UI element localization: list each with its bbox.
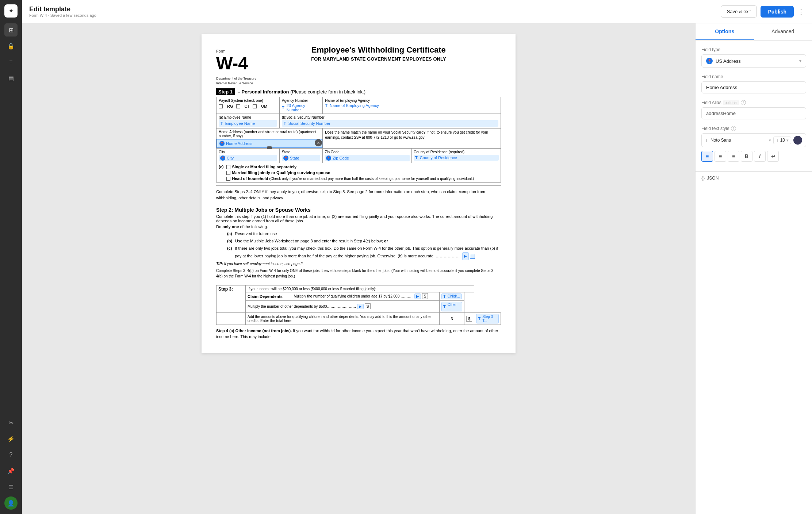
step2c-checkbox-tag[interactable] — [470, 254, 475, 259]
personal-info-table: Payroll System (check one) RG CT UM — [216, 97, 501, 183]
claim-deps-label-cell: Claim Dependents — [246, 292, 292, 300]
json-brace-icon: {} — [701, 175, 705, 181]
field-alias-label: Field Alias — [701, 100, 721, 105]
employee-name-cell: (a) Employee Name T Employee Name — [217, 114, 280, 128]
married-checkbox[interactable] — [226, 171, 230, 175]
hoh-checkbox[interactable] — [226, 177, 230, 181]
form-subheading: FOR MARYLAND STATE GOVERNMENT EMPLOYEES … — [256, 56, 501, 62]
step3-table: Step 3: If your income will be $200,000 … — [216, 285, 501, 325]
main-layout: Edit template Form W-4 · Saved a few sec… — [22, 0, 812, 514]
step4-block: Step 4 (a) Other income (not from jobs).… — [216, 328, 501, 340]
sidebar-icon-avatar[interactable]: 👤 — [4, 496, 18, 510]
tip-block: TIP: If you have self-employment income,… — [216, 262, 501, 266]
panel-tabs: Options Advanced — [696, 23, 812, 41]
ct-checkbox[interactable] — [236, 104, 240, 108]
content-area: Form W-4 Department of the Treasury Inte… — [22, 23, 812, 514]
alias-info-icon[interactable]: ? — [741, 100, 746, 105]
form-page: Form W-4 Department of the Treasury Inte… — [202, 34, 516, 353]
page-title: Edit template — [29, 5, 716, 13]
font-size-icon: T — [776, 138, 779, 143]
ssn-field: T Social Security Number — [282, 120, 498, 127]
color-swatch[interactable] — [793, 136, 802, 145]
json-button[interactable]: {} JSON — [696, 171, 812, 185]
sidebar-icon-lock[interactable]: 🔒 — [4, 39, 18, 53]
step3-add-cell: Add the amounts above for qualifying chi… — [246, 312, 440, 325]
field-type-text: US Address — [716, 58, 796, 64]
w4-title: W-4 — [216, 53, 248, 73]
form-divider-3 — [216, 282, 501, 282]
undo-button[interactable]: ↩ — [767, 151, 779, 162]
publish-button[interactable]: Publish — [761, 6, 794, 18]
field-type-icon: 📍 — [706, 58, 713, 64]
form-divider-2 — [216, 204, 501, 204]
state-field: 📍 State — [282, 155, 320, 161]
payroll-cell: Payroll System (check one) RG CT UM — [217, 97, 280, 114]
employing-agency-field: T Name of Employing Agency — [325, 103, 498, 108]
sidebar: ✦ ⊞ 🔒 ≡ ▤ ✂ ⚡ ? 📌 ☰ 👤 — [0, 0, 22, 514]
single-checkbox[interactable] — [226, 165, 230, 169]
tab-options[interactable]: Options — [696, 23, 754, 40]
text-style-info-icon[interactable]: ? — [731, 126, 736, 131]
close-field-button[interactable]: ✕ — [315, 139, 322, 146]
step1-title: Step 1 – Personal Information (Please co… — [216, 89, 501, 95]
font-style-row: T Noto Sans ▾ T 10 ▾ — [701, 133, 806, 147]
font-chevron-icon: ▾ — [769, 138, 771, 143]
employing-agency-cell: Name of Employing Agency T Name of Emplo… — [323, 97, 501, 114]
sidebar-icon-home[interactable]: ⊞ — [4, 23, 18, 37]
step3-total-field-tag: T Step 3 T... — [476, 314, 499, 323]
field-text-style-label-row: Field text style ? — [701, 126, 806, 131]
field-name-input[interactable] — [701, 81, 806, 93]
home-address-cell: Home Address (number and street or rural… — [217, 128, 323, 149]
field-type-group: Field type 📍 US Address ▾ — [701, 47, 806, 68]
step3-income-note-cell: If your income will be $200,000 or less … — [246, 285, 474, 292]
step2-header: Step 2: Multiple Jobs or Spouse Works — [216, 207, 501, 213]
chevron-down-icon: ▾ — [799, 58, 801, 64]
step2-list: (a) Reserved for future use (b) Use the … — [227, 230, 501, 260]
field-alias-label-row: Field Alias optional ? — [701, 100, 806, 105]
other-field-tag: T Other ... — [441, 302, 462, 311]
sidebar-icon-pin[interactable]: 📌 — [4, 464, 18, 477]
italic-button[interactable]: I — [754, 151, 766, 162]
resize-handle[interactable] — [267, 146, 272, 149]
home-address-row: 📍 Home Address ✕ — [217, 139, 322, 148]
zip-field: 📍 Zip Code — [325, 155, 410, 161]
step2-item-c: (c) If there are only two jobs total, yo… — [227, 245, 501, 260]
step3-total-num-cell: 3 — [439, 312, 464, 325]
field-text-style-group: Field text style ? T Noto Sans ▾ T 10 ▾ — [701, 126, 806, 163]
field-name-group: Field name — [701, 74, 806, 93]
sidebar-icon-scissors[interactable]: ✂ — [4, 416, 18, 429]
font-size-value: 10 — [780, 138, 785, 143]
city-cell: City 📍 City — [217, 149, 280, 163]
align-center-button[interactable]: ≡ — [715, 151, 726, 162]
field-alias-input[interactable] — [701, 107, 806, 119]
step2-do-one: Do only one of the following. — [216, 225, 501, 229]
sscard-cell: Does the name match the name on your Soc… — [323, 128, 501, 149]
align-right-button[interactable]: ≡ — [728, 151, 739, 162]
align-left-button[interactable]: ≡ — [701, 151, 713, 162]
tab-advanced[interactable]: Advanced — [754, 23, 812, 40]
sidebar-icon-table[interactable]: ☰ — [4, 480, 18, 494]
sidebar-icon-grid[interactable]: ▤ — [4, 72, 18, 85]
children-field-tag: T Childr... — [441, 294, 462, 299]
step3-other-cell: Multiply the number of other dependents … — [246, 300, 440, 312]
topbar-title-block: Edit template Form W-4 · Saved a few sec… — [29, 5, 716, 18]
rg-checkbox[interactable] — [219, 104, 223, 108]
more-options-button[interactable]: ⋮ — [797, 7, 805, 16]
um-checkbox[interactable] — [253, 104, 257, 108]
filing-status-cell: (c) Single or Married filing separately … — [217, 163, 501, 183]
step3-label-cell: Step 3: — [217, 285, 246, 312]
sidebar-icon-question[interactable]: ? — [4, 448, 18, 461]
topbar-actions: Save & exit Publish ⋮ — [721, 5, 805, 18]
county-field: T County of Residence — [414, 155, 499, 161]
step3-dollar-cell: $ — [464, 312, 474, 325]
form-label: Form — [216, 49, 226, 53]
bold-button[interactable]: B — [741, 151, 752, 162]
sidebar-icon-lightning[interactable]: ⚡ — [4, 432, 18, 445]
step3-other-field-cell: T Other ... — [439, 300, 464, 312]
field-type-selector[interactable]: 📍 US Address ▾ — [701, 54, 806, 68]
agency-number-field: T 23 Agency Number — [282, 103, 320, 112]
field-name-label: Field name — [701, 74, 806, 79]
save-exit-button[interactable]: Save & exit — [721, 5, 757, 18]
sidebar-icon-layers[interactable]: ≡ — [4, 55, 18, 69]
optional-badge: optional — [723, 100, 739, 105]
